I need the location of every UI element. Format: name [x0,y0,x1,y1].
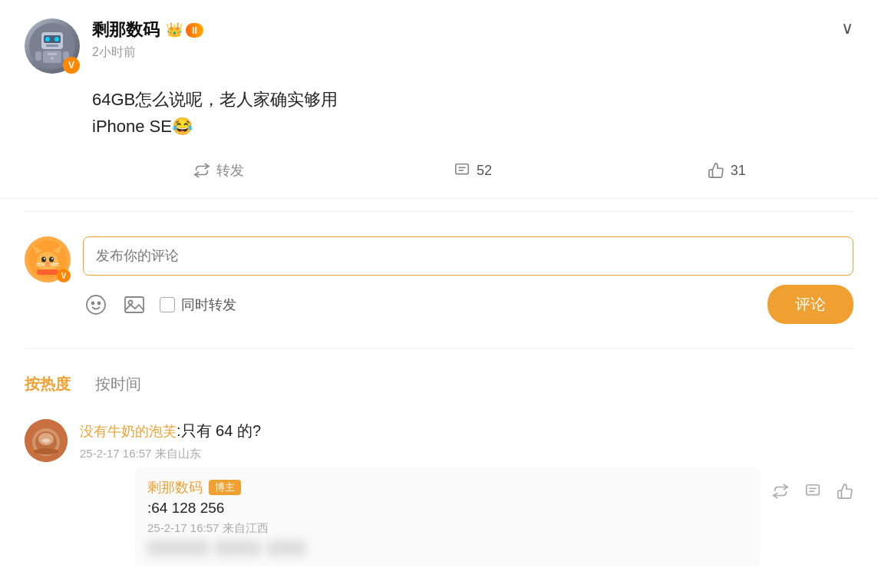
comments-list: 没有牛奶的泡芙:只有 64 的? 25-2-17 16:57 来自山东 剩那数码… [0,407,878,579]
sort-by-hot-tab[interactable]: 按热度 [25,374,71,395]
like-icon [708,162,725,179]
comment-reply-icon [804,483,821,500]
author-avatar-wrap: V [25,18,80,74]
repost-checkbox[interactable] [160,297,175,312]
svg-point-32 [129,300,133,304]
divider2 [25,349,853,349]
post-container: V 剩那数码 👑 II 2小时前 64GB怎么说呢，老人家确实够用 [0,0,878,199]
svg-point-4 [54,37,59,41]
author-verified-badge: V [63,57,80,74]
repost-icon [193,162,210,179]
svg-point-37 [34,448,58,454]
chevron-down-icon[interactable]: ∨ [841,18,853,38]
repost-label: 转发 [216,161,244,180]
svg-rect-38 [807,485,820,495]
comment-icon [454,162,470,179]
reply-header: 剩那数码 博主 [147,478,748,497]
crown-badge: 👑 II [166,21,203,38]
current-user-verified-badge: V [57,269,71,282]
svg-rect-11 [456,164,469,174]
comment-input[interactable] [83,236,853,276]
post-content: 64GB怎么说呢，老人家确实够用 iPhone SE😂 [92,86,853,140]
post-actions: 转发 52 31 [92,155,853,186]
svg-point-10 [51,57,54,60]
svg-rect-5 [46,45,58,47]
svg-point-21 [51,258,53,259]
comment-like-button[interactable] [837,483,853,504]
svg-point-29 [92,302,94,304]
comment-repost-icon [772,483,789,500]
post-text-line2: iPhone SE😂 [92,113,853,140]
comment-text: :只有 64 的? [177,422,261,439]
current-user-avatar: V [25,236,71,282]
svg-point-3 [45,37,50,41]
crown-icon: 👑 [166,21,183,38]
svg-rect-7 [35,51,41,61]
comment-button[interactable]: 52 [346,156,600,185]
post-text: 64GB怎么说呢，老人家确实够用 iPhone SE😂 [92,86,853,140]
level-badge: II [186,23,203,38]
repost-button[interactable]: 转发 [92,155,346,186]
commenter-name-row: 没有牛奶的泡芙:只有 64 的? [80,419,760,442]
svg-point-22 [46,263,49,265]
svg-rect-9 [48,53,57,55]
post-meta: 剩那数码 👑 II 2小时前 [92,18,203,61]
like-button[interactable]: 31 [599,156,853,185]
reply-meta: 25-2-17 16:57 来自江西 [147,521,748,536]
emoji-icon [84,293,107,316]
svg-rect-27 [37,269,58,275]
image-button[interactable] [121,292,147,318]
svg-point-18 [41,257,46,263]
comment-toolbar: 同时转发 评论 [83,285,853,324]
submit-comment-button[interactable]: 评论 [767,285,853,324]
comment-body: 没有牛奶的泡芙:只有 64 的? 25-2-17 16:57 来自山东 剩那数码… [80,419,760,567]
reply-item: 剩那数码 博主 :64 128 256 25-2-17 16:57 来自江西 [135,467,760,567]
commenter-avatar [25,419,68,462]
post-text-line1: 64GB怎么说呢，老人家确实够用 [92,86,853,113]
reply-username: 剩那数码 [147,478,203,497]
host-badge: 博主 [209,480,241,495]
commenter-avatar-svg [25,419,68,462]
svg-rect-31 [125,297,144,312]
comment-meta: 25-2-17 16:57 来自山东 [80,447,760,461]
comment-like-icon [837,483,853,500]
comment-repost-button[interactable] [772,483,789,504]
comment-reply-button[interactable] [804,483,821,504]
comment-actions [772,419,853,567]
svg-point-17 [37,252,58,272]
svg-point-20 [44,258,45,259]
commenter-name: 没有牛奶的泡芙 [80,424,177,439]
repost-check-label[interactable]: 同时转发 [160,296,236,314]
post-timestamp: 2小时前 [92,45,203,61]
author-username: 剩那数码 [92,18,160,41]
comment-item: 没有牛奶的泡芙:只有 64 的? 25-2-17 16:57 来自山东 剩那数码… [25,407,853,579]
svg-point-28 [87,296,105,314]
like-count: 31 [731,163,746,179]
sort-by-time-tab[interactable]: 按时间 [95,374,141,395]
emoji-button[interactable] [83,292,109,318]
reply-text: :64 128 256 [147,500,748,517]
username-row: 剩那数码 👑 II [92,18,203,41]
blurred-section [147,540,748,556]
divider [25,211,853,212]
sort-tabs: 按热度 按时间 [0,362,878,407]
comment-area: V [0,224,878,336]
comment-count: 52 [477,163,492,179]
page-wrap: ∨ [0,0,878,579]
comment-input-wrap: 同时转发 评论 [83,236,853,324]
image-icon [123,293,146,316]
svg-point-19 [49,257,54,263]
svg-point-30 [98,302,101,304]
repost-check-text: 同时转发 [181,296,236,314]
post-header: V 剩那数码 👑 II 2小时前 [25,18,853,74]
